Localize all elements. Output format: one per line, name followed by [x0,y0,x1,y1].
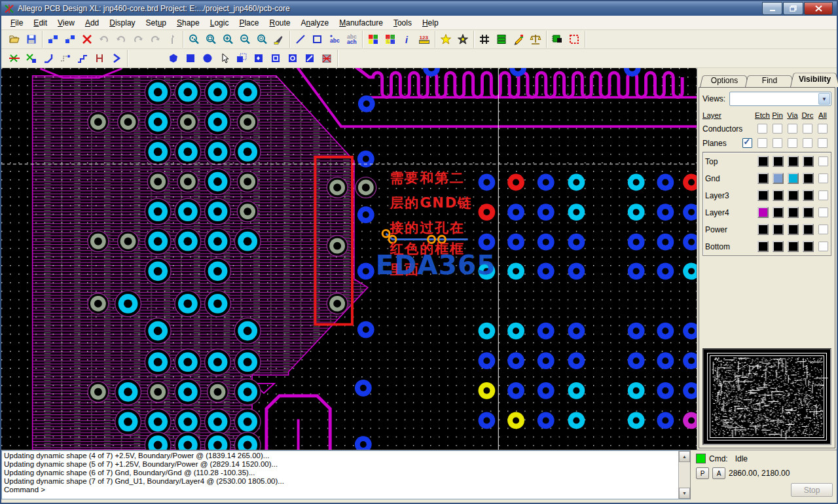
color-apply-button[interactable] [270,31,287,48]
void-circle-button[interactable] [284,50,301,67]
fix-button[interactable] [164,31,181,48]
layer-power-via-swatch[interactable] [788,224,799,235]
save-button[interactable] [23,31,40,48]
layer-layer3-via-swatch[interactable] [788,190,799,201]
menu-item-display[interactable]: Display [104,17,140,29]
add-text-button[interactable]: abc [326,31,343,48]
tab-find[interactable]: Find [745,74,794,87]
add-line-button[interactable] [292,31,309,48]
placement-button[interactable] [549,31,566,48]
copy-button[interactable] [62,31,79,48]
menu-item-shape[interactable]: Shape [172,17,205,29]
column-header-via[interactable]: Via [785,111,800,119]
edit-text-button[interactable]: abcach [343,31,360,48]
menu-item-route[interactable]: Route [264,17,295,29]
layer-bottom-pin-swatch[interactable] [773,241,784,252]
conductors-all-checkbox[interactable] [818,124,828,134]
tab-options[interactable]: Options [700,74,749,87]
menu-item-help[interactable]: Help [417,17,444,29]
menu-item-tools[interactable]: Tools [388,17,417,29]
delete-button[interactable] [79,31,96,48]
layer-layer3-pin-swatch[interactable] [773,190,784,201]
scroll-down-icon[interactable]: ▼ [679,488,690,499]
menu-item-edit[interactable]: Edit [28,17,52,29]
layer-gnd-pin-swatch[interactable] [773,173,784,184]
zoom-world-button[interactable] [253,31,270,48]
shape-copy-button[interactable] [233,50,250,67]
scroll-up-icon[interactable]: ▲ [679,451,690,462]
planes-drc-checkbox[interactable] [803,138,812,148]
layer-power-pin-swatch[interactable] [773,224,784,235]
layer-layer4-etch-swatch[interactable] [757,207,769,218]
undo-button[interactable] [96,31,113,48]
zoom-points-button[interactable] [185,31,202,48]
highlight-button[interactable] [437,31,454,48]
shape-edit-boundary-button[interactable] [250,50,267,67]
shape-select-button[interactable] [216,50,233,67]
layer-power-all-checkbox[interactable] [818,225,828,234]
menu-item-file[interactable]: File [5,17,28,29]
layer-layer4-via-swatch[interactable] [788,207,799,218]
planes-via-checkbox[interactable] [788,138,797,148]
color-dialog-button[interactable] [365,31,382,48]
menu-item-add[interactable]: Add [80,17,104,29]
restore-button[interactable] [783,2,803,15]
layer-power-etch-swatch[interactable] [757,224,769,235]
views-dropdown[interactable]: ▼ [729,92,831,106]
layer-layer4-all-checkbox[interactable] [818,207,828,217]
column-header-all[interactable]: All [815,111,830,119]
command-prompt[interactable]: Command > [4,486,677,494]
conductors-pin-checkbox[interactable] [773,124,782,134]
planes-enable-checkbox[interactable] [742,138,752,148]
layer-top-all-checkbox[interactable] [818,156,828,166]
column-header-pin[interactable]: Pin [770,111,785,119]
layer-top-drc-swatch[interactable] [803,156,814,167]
minimap[interactable] [702,348,831,445]
drc-update-button[interactable] [566,31,583,48]
rats-all-button[interactable] [6,50,23,67]
grid-toggle-button[interactable] [476,31,493,48]
redo-button[interactable] [130,31,147,48]
conductors-etch-checkbox[interactable] [757,124,767,134]
menu-item-manufacture[interactable]: Manufacture [334,17,388,29]
show-element-button[interactable]: i [399,31,416,48]
move-button[interactable] [45,31,62,48]
layer-power-drc-swatch[interactable] [803,224,814,235]
menu-item-view[interactable]: View [52,17,80,29]
void-poly-button[interactable] [301,50,318,67]
menu-item-analyze[interactable]: Analyze [295,17,334,29]
layer-top-pin-swatch[interactable] [773,156,784,167]
column-header-etch[interactable]: Etch [755,111,770,119]
planes-pin-checkbox[interactable] [773,138,782,148]
menu-item-setup[interactable]: Setup [141,17,172,29]
pcb-canvas[interactable]: 需要和第二层的GND链接的过孔在红色的框框里面EDA365 [1,68,697,450]
chevron-down-icon[interactable]: ▼ [818,93,830,105]
layer-gnd-all-checkbox[interactable] [818,173,828,183]
layer-bottom-all-checkbox[interactable] [818,242,828,251]
conductors-via-checkbox[interactable] [788,124,797,134]
layer-bottom-via-swatch[interactable] [788,241,799,252]
planes-etch-checkbox[interactable] [757,138,767,148]
layer-bottom-drc-swatch[interactable] [803,241,814,252]
close-icon[interactable] [804,2,833,15]
planes-all-checkbox[interactable] [818,138,828,148]
layer-gnd-drc-swatch[interactable] [803,173,814,184]
open-file-button[interactable] [6,31,23,48]
layer-layer3-all-checkbox[interactable] [818,190,828,200]
custom-smooth-button[interactable] [74,50,91,67]
menu-item-place[interactable]: Place [234,17,264,29]
slide-button[interactable] [40,50,57,67]
scale-button[interactable] [527,31,544,48]
shape-circle-button[interactable] [199,50,216,67]
vertex-button[interactable] [108,50,125,67]
shadow-mode-button[interactable] [510,31,527,48]
layer-top-via-swatch[interactable] [788,156,799,167]
dehighlight-button[interactable] [454,31,471,48]
stop-button[interactable]: Stop [791,483,833,497]
shape-delete-button[interactable] [318,50,335,67]
shape-rect-button[interactable] [182,50,199,67]
minimize-button[interactable] [762,2,782,15]
conductors-drc-checkbox[interactable] [803,124,812,134]
redo-step-button[interactable] [147,31,164,48]
absolute-mode-button[interactable]: A [712,467,725,479]
